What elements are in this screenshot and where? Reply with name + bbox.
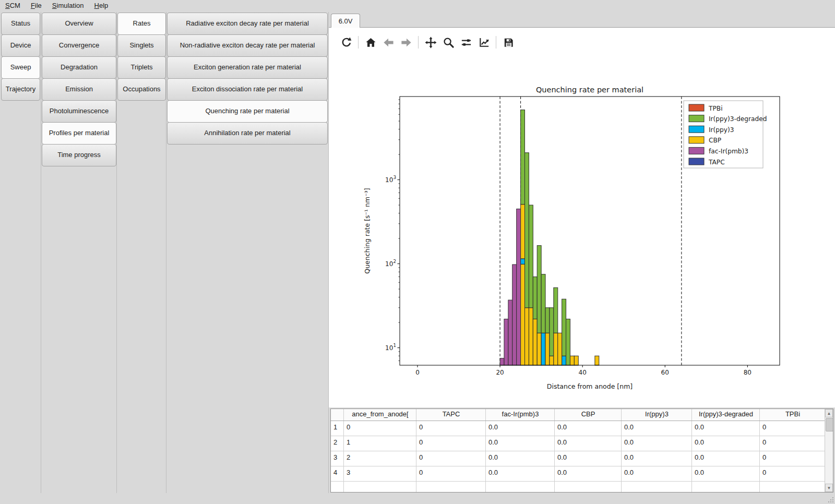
legend-swatch: [689, 137, 704, 143]
nav-button-trajectory[interactable]: Trajectory: [1, 78, 40, 101]
nav-column-section: OverviewConvergenceDegradationEmissionPh…: [42, 13, 116, 166]
row-number: [331, 482, 344, 493]
table-cell: [344, 482, 416, 493]
resize-grip[interactable]: [827, 496, 833, 502]
bar-segment: [566, 319, 570, 365]
nav-button-singlets[interactable]: Singlets: [117, 34, 166, 57]
reload-button[interactable]: [339, 35, 353, 49]
nav-button-quenching-rate[interactable]: Quenching rate per material: [167, 100, 328, 123]
nav-button-annihilation-rate[interactable]: Annihilation rate per material: [167, 122, 328, 145]
menu-help[interactable]: Help: [89, 0, 114, 11]
scroll-up-button[interactable]: ▲: [825, 409, 833, 417]
column-header[interactable]: CBP: [555, 409, 622, 421]
table-cell: 0.0: [692, 451, 760, 466]
tab-voltage[interactable]: 6.0V: [331, 14, 360, 28]
column-header[interactable]: fac-Ir(pmb)3: [486, 409, 555, 421]
row-number: 4: [331, 466, 344, 481]
nav-button-profiles-per-material[interactable]: Profiles per material: [42, 122, 116, 145]
bar-segment: [541, 274, 545, 333]
nav-button-rates[interactable]: Rates: [117, 13, 166, 35]
menu-scm[interactable]: SCM: [0, 0, 26, 11]
nav-button-overview[interactable]: Overview: [42, 13, 116, 35]
bar-segment: [521, 110, 525, 205]
nav-button-status[interactable]: Status: [1, 13, 40, 35]
table-scrollbar[interactable]: ▲▼: [825, 409, 833, 492]
legend-label: CBP: [709, 137, 721, 144]
save-button[interactable]: [502, 35, 515, 49]
table-cell: 0.0: [622, 451, 692, 466]
scrollbar-thumb[interactable]: [826, 418, 833, 431]
menu-simulation[interactable]: Simulation: [47, 0, 89, 11]
nav-button-convergence[interactable]: Convergence: [42, 34, 116, 57]
nav-button-non-radiative-exciton-decay-rate[interactable]: Non-radiative exciton decay rate per mat…: [167, 34, 328, 57]
bar-segment: [545, 308, 550, 333]
nav-button-exciton-dissociation-rate[interactable]: Exciton dissociation rate per material: [167, 78, 328, 101]
forward-button[interactable]: [399, 35, 413, 49]
scroll-down-button[interactable]: ▼: [825, 484, 833, 492]
table-cell: 0.0: [486, 421, 555, 436]
table-cell: 0.0: [692, 466, 760, 481]
pan-button[interactable]: [424, 35, 437, 49]
table-cell: 0.0: [622, 466, 692, 481]
nav-button-device[interactable]: Device: [1, 34, 40, 57]
zoom-button[interactable]: [442, 35, 455, 49]
subplots-button[interactable]: [459, 35, 473, 49]
subplots-icon: [460, 37, 472, 49]
table-cell: [622, 482, 692, 493]
nav-button-exciton-generation-rate[interactable]: Exciton generation rate per material: [167, 56, 328, 79]
nav-button-degradation[interactable]: Degradation: [42, 56, 116, 79]
reload-icon: [340, 37, 352, 49]
home-icon: [365, 37, 377, 49]
table-cell: [486, 482, 555, 493]
column-header[interactable]: [331, 409, 344, 421]
table-cell: 0: [416, 436, 486, 451]
table-row: [331, 482, 833, 493]
column-header[interactable]: TPBi: [760, 409, 826, 421]
row-number: 2: [331, 436, 344, 451]
toolbar-separator: [496, 36, 496, 49]
x-tick-label: 60: [661, 369, 669, 376]
home-button[interactable]: [364, 35, 377, 49]
bar-segment: [517, 209, 521, 365]
column-header[interactable]: Ir(ppy)3: [622, 409, 692, 421]
table-cell: 0.0: [555, 421, 622, 436]
nav-button-time-progress[interactable]: Time progress: [42, 144, 116, 166]
bar-segment: [521, 205, 525, 259]
nav-button-occupations[interactable]: Occupations: [117, 78, 166, 101]
bar-segment: [525, 308, 529, 365]
application-window: SCMFileSimulationHelp StatusDeviceSweepT…: [0, 0, 835, 504]
nav-button-sweep[interactable]: Sweep: [1, 56, 40, 79]
y-tick-label: 103: [385, 175, 396, 184]
table-cell: 0.0: [555, 436, 622, 451]
customize-button[interactable]: [477, 35, 491, 49]
table-row: 2100.00.00.00.00: [331, 436, 833, 451]
customize-icon: [478, 37, 490, 49]
nav-button-emission[interactable]: Emission: [42, 78, 116, 101]
column-header[interactable]: ance_from_anode[: [344, 409, 416, 421]
bar-segment: [541, 333, 545, 365]
bar-segment: [504, 319, 508, 365]
nav-button-radiative-exciton-decay-rate[interactable]: Radiative exciton decay rate per materia…: [167, 13, 328, 35]
y-axis-label: Quenching rate [s⁻¹ nm⁻³]: [363, 188, 371, 273]
back-button[interactable]: [381, 35, 395, 49]
table-cell: 0: [760, 451, 826, 466]
legend-swatch: [689, 158, 704, 165]
column-header[interactable]: TAPC: [416, 409, 486, 421]
table-cell: 0.0: [555, 451, 622, 466]
y-tick-label: 102: [385, 259, 396, 268]
legend-swatch: [689, 126, 704, 133]
table-cell: 0: [344, 421, 416, 436]
table-cell: 0.0: [692, 421, 760, 436]
table-header-row: ance_from_anode[TAPCfac-Ir(pmb)3CBPIr(pp…: [331, 409, 833, 421]
back-icon: [383, 37, 395, 49]
toolbar-separator: [358, 36, 359, 49]
column-header[interactable]: Ir(ppy)3-degraded: [692, 409, 760, 421]
nav-button-photoluminescence[interactable]: Photoluminescence: [42, 100, 116, 123]
table-cell: 0.0: [486, 436, 555, 451]
x-tick-label: 0: [415, 369, 420, 376]
bar-segment: [562, 356, 566, 365]
table-cell: 0.0: [692, 436, 760, 451]
nav-button-triplets[interactable]: Triplets: [117, 56, 166, 79]
menu-file[interactable]: File: [26, 0, 47, 11]
row-number: 1: [331, 421, 344, 436]
